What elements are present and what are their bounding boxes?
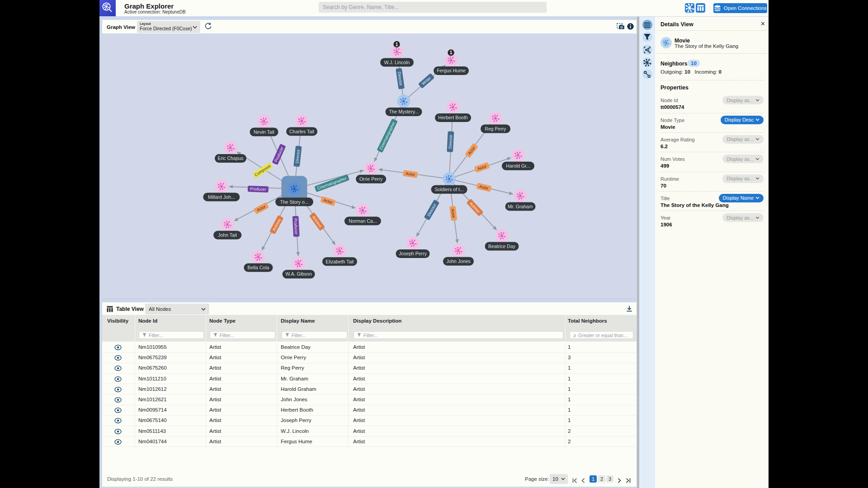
svg-text:Bella Cola: Bella Cola xyxy=(247,265,269,270)
svg-text:Cinematographer: Cinematographer xyxy=(378,121,396,150)
svg-text:1: 1 xyxy=(450,50,453,55)
svg-text:Cinematographer: Cinematographer xyxy=(317,176,347,191)
svg-text:Fergus Hume: Fergus Hume xyxy=(437,68,466,73)
svg-text:1: 1 xyxy=(396,42,398,47)
svg-text:The Story o...: The Story o... xyxy=(280,199,308,205)
svg-text:Herbert Booth: Herbert Booth xyxy=(438,115,468,120)
svg-text:The Mystery...: The Mystery... xyxy=(389,109,419,114)
svg-text:Joseph Perry: Joseph Perry xyxy=(399,251,427,256)
svg-text:W.J. Lincoln: W.J. Lincoln xyxy=(384,60,410,65)
svg-text:Millard Joh...: Millard Joh... xyxy=(208,194,235,200)
svg-text:Nevin Tait: Nevin Tait xyxy=(254,129,274,135)
svg-text:Eric Chapus: Eric Chapus xyxy=(217,155,243,161)
svg-text:Composer: Composer xyxy=(254,164,272,178)
svg-text:Reg Perry: Reg Perry xyxy=(485,126,506,131)
svg-text:Norman Ca...: Norman Ca... xyxy=(349,218,377,224)
svg-text:Charles Tait: Charles Tait xyxy=(289,129,314,134)
svg-text:Mr. Graham: Mr. Graham xyxy=(508,204,533,209)
svg-text:Producer: Producer xyxy=(293,218,299,235)
svg-text:Producer: Producer xyxy=(250,187,266,192)
svg-text:Soldiers of t...: Soldiers of t... xyxy=(434,187,463,192)
svg-text:John Jones: John Jones xyxy=(446,258,471,264)
svg-text:Beatrice Day: Beatrice Day xyxy=(488,244,516,249)
svg-text:W.A. Gibson: W.A. Gibson xyxy=(285,271,312,277)
svg-text:Orrie Perry: Orrie Perry xyxy=(359,176,383,182)
svg-text:Harold Gr...: Harold Gr... xyxy=(506,163,530,169)
svg-text:John Tait: John Tait xyxy=(218,232,237,238)
svg-text:Director: Director xyxy=(448,135,453,149)
svg-text:Elizabeth Tait: Elizabeth Tait xyxy=(326,259,354,264)
